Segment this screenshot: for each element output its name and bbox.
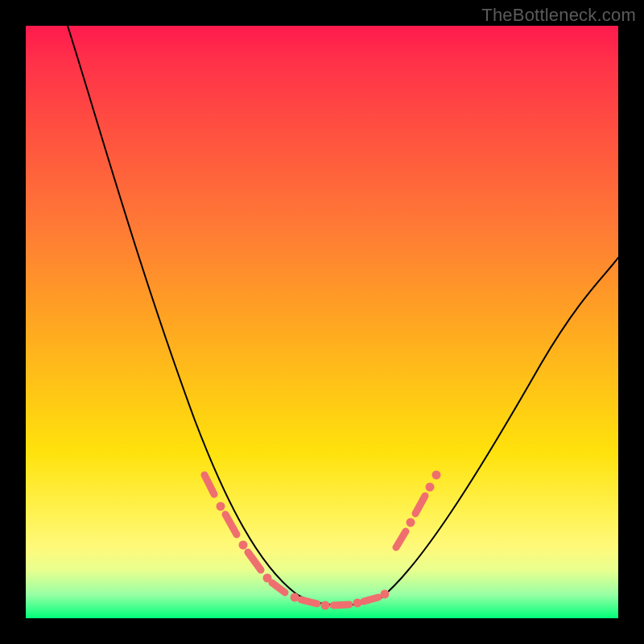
marker-dot [426,483,435,492]
marker-dash [333,605,349,605]
marker-dot [381,590,390,599]
curve-left-branch [68,26,295,593]
marker-dash [225,514,237,535]
marker-group-left [204,475,285,592]
watermark-text: TheBottleneck.com [481,5,636,26]
marker-dot [321,601,330,610]
marker-dash [396,531,406,547]
marker-dot [239,541,248,550]
marker-dash [301,600,317,604]
curve-right-branch [380,258,618,599]
marker-dash [364,597,378,601]
marker-dash [415,496,425,514]
curve-svg [26,26,618,618]
marker-dot [353,599,362,608]
marker-dot [407,518,415,527]
marker-dash [272,583,285,592]
marker-group-valley [291,590,390,610]
marker-dot [432,471,441,480]
marker-dash [204,475,214,494]
chart-frame: TheBottleneck.com [0,0,644,644]
marker-dash [248,552,261,570]
marker-dot [217,502,225,511]
plot-area [26,26,618,618]
